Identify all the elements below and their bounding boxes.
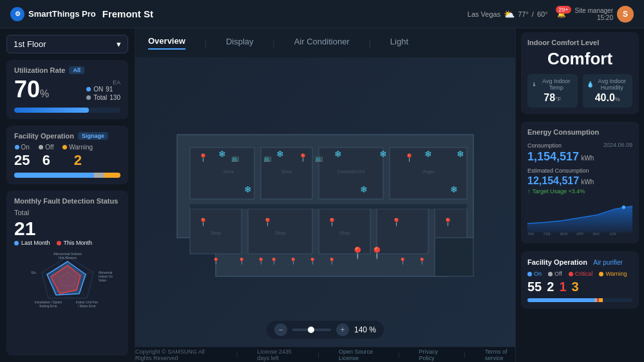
svg-text:📍: 📍	[399, 257, 407, 265]
temp-high: 77°	[518, 10, 529, 18]
avatar[interactable]: S	[617, 6, 634, 23]
comfort-card: Indoor Comfort Level Comfort 🌡 Avg Indoo…	[521, 32, 639, 114]
fac-warn-dot	[62, 145, 67, 149]
svg-text:❄: ❄	[424, 149, 432, 159]
facility-tag: Signage	[78, 132, 108, 140]
last-month-legend: Last Month	[14, 240, 50, 246]
energy-chart: JAN FEB MAR APR MAY JUN	[527, 198, 632, 237]
radar-svg: Abnormal Indoor Unit Sensors Abnormal In…	[23, 250, 113, 314]
svg-text:📺: 📺	[263, 154, 272, 162]
consumption-value-row: 1,154,517 kWh	[527, 150, 632, 164]
fault-total-value: 21	[14, 218, 120, 240]
temp-low: 60°	[537, 10, 548, 18]
fop2-off-dot	[548, 272, 553, 276]
logo: ⚙ SmartThings Pro	[10, 7, 96, 21]
utilization-progress	[14, 108, 120, 113]
svg-text:FEB: FEB	[544, 232, 551, 236]
fop2-tag: Air purifier	[593, 259, 623, 266]
tab-light[interactable]: Light	[390, 37, 408, 49]
fac-progress-bar	[14, 173, 120, 178]
fop2-warn-val: 3	[572, 280, 579, 294]
svg-text:📍: 📍	[257, 257, 265, 265]
svg-text:Unit Sensors: Unit Sensors	[58, 256, 77, 260]
current-time: 15:20	[597, 14, 613, 21]
humidity-value: 40.0%	[587, 92, 629, 104]
humidity-icon: 💧	[587, 81, 594, 88]
license-text: License 2435 days left	[257, 348, 298, 361]
fop2-on-dot	[527, 272, 532, 276]
notification-badge: 29+	[556, 6, 571, 14]
svg-text:CosmeticXXX: CosmeticXXX	[337, 169, 365, 174]
total-label: Total	[93, 94, 107, 101]
svg-text:📍: 📍	[198, 217, 208, 227]
thermometer-icon: 🌡	[531, 81, 537, 88]
comfort-title: Indoor Comfort Level	[527, 39, 632, 46]
fop2-critical-status: Critical	[569, 271, 593, 277]
svg-text:📍: 📍	[370, 246, 384, 260]
comfort-temp: 🌡 Avg Indoor Temp 78°F	[527, 74, 578, 108]
total-row: Total 130	[86, 94, 120, 101]
svg-text:Store: Store	[281, 169, 292, 174]
fop2-off-val: 2	[547, 280, 554, 294]
weather-info: Las Vegas ⛅ 77° / 60°	[468, 9, 548, 19]
fp-off	[94, 173, 105, 178]
consumption-label: Consumption	[527, 142, 562, 149]
progress-fill	[14, 108, 89, 113]
fop2-title: Facility Operation	[527, 258, 587, 266]
fac-off-dot	[39, 145, 43, 149]
fop2-off-status: Off	[548, 271, 562, 277]
svg-marker-70	[527, 206, 632, 233]
tab-overview[interactable]: Overview	[148, 36, 185, 50]
fop2-on-status: On	[527, 271, 542, 277]
svg-text:Setting Error: Setting Error	[39, 304, 57, 308]
svg-text:📺: 📺	[231, 154, 240, 162]
floor-selector[interactable]: 1st Floor ▾	[6, 35, 128, 53]
tab-display[interactable]: Display	[226, 37, 254, 49]
comfort-humidity: 💧 Avg Indoor Humidity 40.0%	[583, 74, 633, 108]
zoom-in-button[interactable]: +	[336, 323, 349, 336]
svg-text:/ Motor Error: / Motor Error	[77, 304, 95, 308]
avatar-initial: S	[623, 10, 628, 19]
fac-off-value: 6	[43, 152, 50, 169]
fp-warn	[104, 173, 120, 178]
on-dot	[86, 87, 91, 91]
zoom-out-button[interactable]: −	[274, 323, 287, 336]
open-source-link[interactable]: Open Source License	[339, 348, 379, 361]
fac-on-value: 25	[14, 152, 30, 169]
tab-sep-2: |	[273, 39, 275, 48]
fop2-on-val: 55	[527, 280, 542, 294]
privacy-link[interactable]: Privacy Policy	[419, 348, 444, 361]
svg-text:Valve: Valve	[99, 278, 106, 282]
floor-map-area: Store Store CosmeticXXX Vegas Shop Shop …	[135, 58, 515, 347]
location-label: Las Vegas	[468, 10, 500, 18]
tab-air-conditioner[interactable]: Air Conditioner	[294, 37, 350, 49]
zoom-value: 140 %	[354, 325, 376, 334]
map-controls: − + 140 %	[267, 321, 384, 339]
svg-text:❄: ❄	[457, 149, 464, 159]
fpp2-on	[527, 298, 594, 302]
svg-text:📺: 📺	[315, 154, 323, 162]
target-usage: ↑ Target Usage +3.4%	[527, 188, 632, 195]
ea-label: EA	[86, 79, 120, 86]
utilization-stats: EA ON 91 Total 130	[86, 79, 120, 102]
svg-text:Shop: Shop	[211, 231, 221, 236]
humidity-label: 💧 Avg Indoor Humidity	[587, 78, 629, 91]
logo-icon: ⚙	[10, 7, 24, 21]
svg-text:Shop: Shop	[275, 231, 285, 236]
zoom-slider[interactable]	[292, 329, 331, 331]
estimated-label: Estimated Consumption	[527, 167, 632, 174]
utilization-value: 70	[14, 76, 40, 102]
total-dot	[86, 95, 91, 100]
fac-on: On 25	[14, 144, 30, 169]
alert-button[interactable]: 🔔29+	[557, 10, 566, 18]
svg-text:📍: 📍	[327, 217, 337, 227]
energy-chart-svg: JAN FEB MAR APR MAY JUN	[527, 198, 632, 237]
svg-text:📍: 📍	[443, 217, 453, 227]
last-month-dot	[14, 241, 19, 245]
fault-detection-card: Monthly Fault Detection Status Total 21 …	[6, 191, 128, 356]
header-right: Las Vegas ⛅ 77° / 60° 🔔29+ Site manager …	[468, 6, 634, 23]
floor-plan-svg: Store Store CosmeticXXX Vegas Shop Shop …	[138, 109, 512, 296]
nav-tabs: Overview | Display | Air Conditioner | L…	[135, 28, 515, 58]
terms-link[interactable]: Terms of service	[485, 348, 515, 361]
sidebar: 1st Floor ▾ Utilization Rate All 70% EA …	[0, 28, 135, 362]
